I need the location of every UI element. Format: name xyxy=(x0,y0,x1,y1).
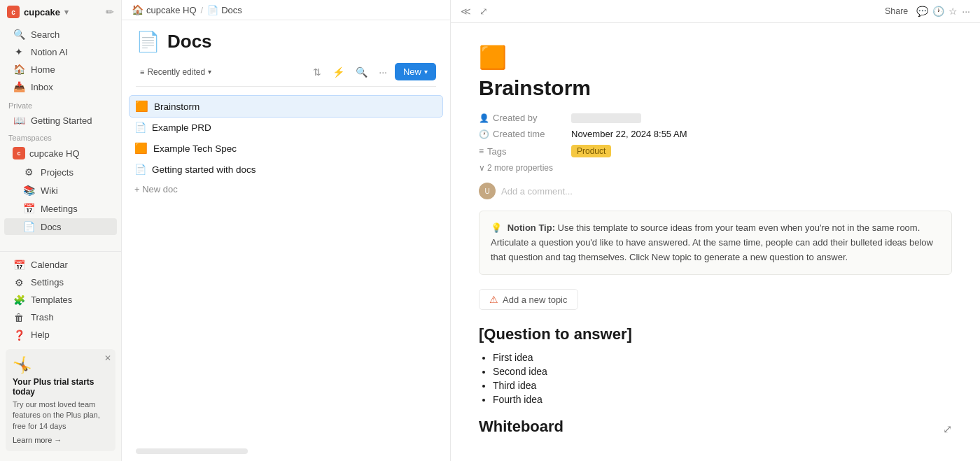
sidebar-item-help[interactable]: ❓ Help xyxy=(4,327,117,343)
sidebar-item-inbox[interactable]: 📥 Inbox xyxy=(4,78,117,95)
breadcrumb-workspace-label[interactable]: cupcake HQ xyxy=(146,5,197,15)
add-topic-button[interactable]: ⚠ Add a new topic xyxy=(479,289,578,310)
page-title-row: 📄 Docs xyxy=(136,30,436,53)
edit-icon[interactable]: ✏ xyxy=(106,6,114,17)
doc-row[interactable]: 🟧 Brainstorm xyxy=(129,95,443,118)
property-row-created-time: 🕐 Created time November 22, 2024 8:55 AM xyxy=(479,129,952,139)
toolbar-more-icon[interactable]: ··· xyxy=(375,64,391,80)
sidebar-item-meetings-label: Meetings xyxy=(41,204,78,214)
workspace-name[interactable]: c cupcake ▾ xyxy=(7,6,69,18)
sidebar-item-wiki-label: Wiki xyxy=(41,185,58,196)
sidebar-item-projects[interactable]: ⚙ Projects xyxy=(4,164,117,180)
list-item: Third idea xyxy=(493,380,952,391)
sidebar: c cupcake ▾ ✏ 🔍 Search ✦ Notion AI 🏠 Hom… xyxy=(0,0,122,461)
sidebar-nav: 🔍 Search ✦ Notion AI 🏠 Home 📥 Inbox xyxy=(0,24,121,97)
meetings-icon: 📅 xyxy=(22,203,35,214)
book-icon: 📖 xyxy=(13,115,25,126)
help-icon: ❓ xyxy=(13,329,25,341)
teamspace-icon: c xyxy=(13,147,25,159)
right-topbar: ≪ ⤢ Share 💬 🕐 ☆ ··· xyxy=(451,0,980,23)
right-panel: ≪ ⤢ Share 💬 🕐 ☆ ··· 🟧 Brainstorm 👤 Creat… xyxy=(451,0,980,461)
created-by-label: 👤 Created by xyxy=(479,113,563,123)
more-icon[interactable]: ··· xyxy=(962,6,970,17)
sidebar-item-getting-started[interactable]: 📖 Getting Started xyxy=(4,112,117,129)
person-icon: 👤 xyxy=(479,113,489,123)
sidebar-item-meetings[interactable]: 📅 Meetings xyxy=(4,200,117,217)
doc-label-getting-started: Getting started with docs xyxy=(152,164,256,175)
home-icon: 🏠 xyxy=(13,64,25,75)
bulb-icon: 💡 xyxy=(491,222,502,233)
sidebar-item-settings[interactable]: ⚙ Settings xyxy=(4,274,117,291)
workspace-icon: c xyxy=(7,6,20,18)
trial-close-icon[interactable]: ✕ xyxy=(104,353,111,363)
property-row-tags: ≡ Tags Product xyxy=(479,145,952,157)
doc-row[interactable]: 🟧 Example Tech Spec xyxy=(129,138,443,159)
share-button[interactable]: Share xyxy=(881,4,912,18)
star-icon[interactable]: ☆ xyxy=(948,6,958,17)
doc-icon-prd: 📄 xyxy=(134,122,146,133)
middle-header: 📄 Docs ≡ Recently edited ▾ ⇅ ⚡ 🔍 ··· New… xyxy=(122,20,450,92)
filter-label: Recently edited xyxy=(147,67,205,77)
sidebar-item-search[interactable]: 🔍 Search xyxy=(4,26,117,43)
doc-row[interactable]: 📄 Example PRD xyxy=(129,118,443,138)
list-item: First idea xyxy=(493,352,952,363)
sidebar-item-cupcake-hq-label: cupcake HQ xyxy=(29,148,80,159)
tag-badge[interactable]: Product xyxy=(571,145,611,157)
clock-icon[interactable]: 🕐 xyxy=(932,6,944,17)
sidebar-item-search-label: Search xyxy=(31,29,59,40)
sidebar-item-trash[interactable]: 🗑 Trash xyxy=(4,309,117,326)
search-icon: 🔍 xyxy=(13,29,25,40)
sidebar-item-cupcake-hq[interactable]: c cupcake HQ xyxy=(4,144,117,162)
breadcrumb-workspace-icon: 🏠 xyxy=(132,4,144,15)
doc-row[interactable]: 📄 Getting started with docs xyxy=(129,159,443,180)
sidebar-item-docs-label: Docs xyxy=(41,222,62,232)
sidebar-item-projects-label: Projects xyxy=(41,167,74,178)
templates-icon: 🧩 xyxy=(13,295,25,306)
workspace-label: cupcake xyxy=(24,7,60,17)
expand-icon[interactable]: ⤢ xyxy=(479,6,488,17)
comment-input[interactable]: Add a comment... xyxy=(501,186,573,197)
doc-icon-brainstorm: 🟧 xyxy=(135,100,148,113)
new-doc-row[interactable]: + New doc xyxy=(129,180,443,199)
toolbar-bolt-icon[interactable]: ⚡ xyxy=(329,64,348,80)
sidebar-item-inbox-label: Inbox xyxy=(31,82,53,92)
tag-icon: ≡ xyxy=(479,146,484,156)
created-time-value: November 22, 2024 8:55 AM xyxy=(571,129,687,139)
private-section-label: Private xyxy=(0,97,121,111)
workspace-chevron-icon: ▾ xyxy=(64,8,69,17)
sidebar-item-calendar[interactable]: 📅 Calendar xyxy=(4,257,117,274)
new-doc-label: + New doc xyxy=(134,184,178,194)
projects-icon: ⚙ xyxy=(22,166,35,178)
toolbar-search-icon[interactable]: 🔍 xyxy=(352,64,371,80)
wiki-icon: 📚 xyxy=(22,185,35,196)
property-row-created-by: 👤 Created by xyxy=(479,113,952,123)
sidebar-item-notion-ai[interactable]: ✦ Notion AI xyxy=(4,43,117,60)
docs-icon: 📄 xyxy=(22,221,35,232)
page-main-title: Docs xyxy=(167,31,212,52)
doc-header-icon: 🟧 xyxy=(479,44,952,71)
learn-more-link[interactable]: Learn more → xyxy=(13,436,108,444)
sidebar-item-templates-label: Templates xyxy=(31,295,72,305)
new-button-chevron-icon: ▾ xyxy=(424,68,428,76)
right-content: 🟧 Brainstorm 👤 Created by 🕐 Created time… xyxy=(451,23,980,461)
new-button-label: New xyxy=(403,66,421,77)
created-by-value xyxy=(571,113,641,123)
ideas-list: First idea Second idea Third idea Fourth… xyxy=(479,352,952,405)
filter-dropdown[interactable]: ≡ Recently edited ▾ xyxy=(136,65,216,79)
list-item: Fourth idea xyxy=(493,394,952,405)
sidebar-item-docs[interactable]: 📄 Docs xyxy=(4,218,117,235)
sidebar-item-calendar-label: Calendar xyxy=(31,260,68,270)
comment-icon[interactable]: 💬 xyxy=(916,6,928,17)
scroll-bar[interactable] xyxy=(136,448,248,454)
scrollbar-area xyxy=(122,443,450,461)
sidebar-item-wiki[interactable]: 📚 Wiki xyxy=(4,182,117,199)
collapse-icon[interactable]: ≪ xyxy=(461,6,471,17)
sidebar-item-templates[interactable]: 🧩 Templates xyxy=(4,292,117,308)
teamspaces-section-label: Teamspaces xyxy=(0,129,121,143)
breadcrumb-page-label[interactable]: Docs xyxy=(221,5,242,15)
doc-label-brainstorm: Brainstorm xyxy=(154,101,200,112)
more-properties[interactable]: ∨ 2 more properties xyxy=(479,163,952,173)
sidebar-item-home[interactable]: 🏠 Home xyxy=(4,61,117,78)
new-button[interactable]: New ▾ xyxy=(395,63,436,80)
toolbar-sort-icon[interactable]: ⇅ xyxy=(309,64,325,80)
